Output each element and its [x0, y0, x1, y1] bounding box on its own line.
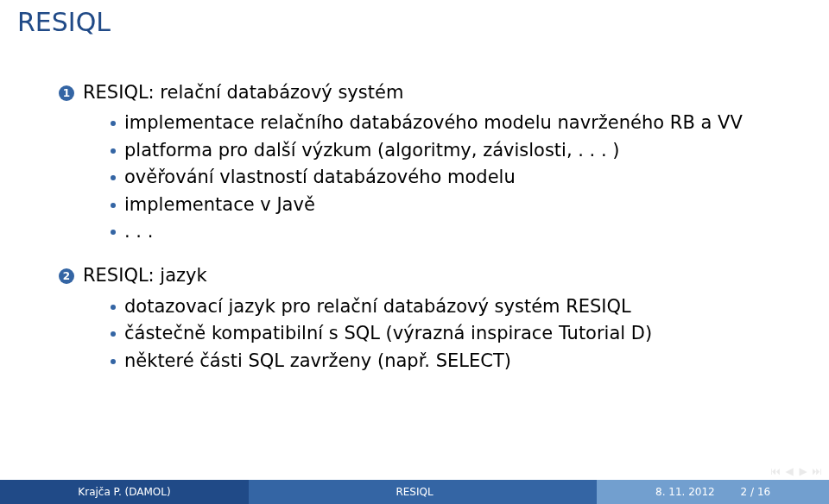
slide: RESIQL RESIQL: relační databázový systém… — [0, 0, 829, 504]
outline-sublist: implementace relačního databázového mode… — [111, 110, 794, 244]
outline-subitem: . . . — [111, 219, 794, 244]
footer-author: Krajča P. (DAMOL) — [0, 486, 249, 498]
slide-content: RESIQL: relační databázový systém implem… — [0, 37, 829, 480]
outline-subitem: implementace v Javě — [111, 192, 794, 217]
nav-last-icon[interactable]: ⏭ — [810, 464, 824, 478]
nav-prev-icon[interactable]: ◀ — [782, 464, 796, 478]
outline-subitem: implementace relačního databázového mode… — [111, 110, 794, 135]
slide-title: RESIQL — [0, 0, 829, 37]
outline-list: RESIQL: relační databázový systém implem… — [59, 80, 794, 374]
nav-next-icon[interactable]: ▶ — [796, 464, 810, 478]
outline-subitem: částečně kompatibilní s SQL (výrazná ins… — [111, 321, 794, 346]
footer: Krajča P. (DAMOL) RESIQL 8. 11. 2012 2 /… — [0, 480, 829, 504]
outline-item: RESIQL: jazyk dotazovací jazyk pro relač… — [59, 263, 794, 374]
outline-subitem: ověřování vlastností databázového modelu — [111, 165, 794, 190]
footer-page: 2 / 16 — [741, 486, 771, 498]
outline-subitem: platforma pro další výzkum (algoritmy, z… — [111, 138, 794, 163]
footer-pageinfo: 8. 11. 2012 2 / 16 — [597, 486, 829, 498]
footer-date: 8. 11. 2012 — [655, 486, 715, 498]
nav-first-icon[interactable]: ⏮ — [769, 464, 782, 478]
nav-controls: ⏮ ◀ ▶ ⏭ — [769, 464, 824, 478]
outline-sublist: dotazovací jazyk pro relační databázový … — [111, 294, 794, 374]
outline-item-label: RESIQL: jazyk — [83, 265, 207, 286]
outline-subitem: některé části SQL zavrženy (např. SELECT… — [111, 349, 794, 374]
outline-subitem: dotazovací jazyk pro relační databázový … — [111, 294, 794, 319]
outline-item-label: RESIQL: relační databázový systém — [83, 82, 403, 103]
outline-item: RESIQL: relační databázový systém implem… — [59, 80, 794, 244]
